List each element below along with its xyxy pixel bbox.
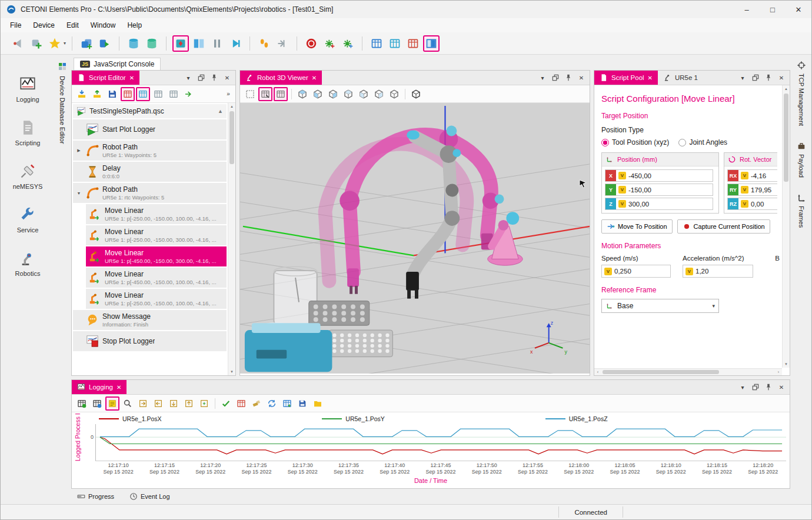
zoom-icon[interactable] xyxy=(121,396,135,411)
value-unit-chip[interactable]: V xyxy=(741,172,748,179)
scrollbar-thumb[interactable] xyxy=(229,111,234,164)
record-view-icon[interactable] xyxy=(172,35,189,52)
close-tab-icon[interactable]: ✕ xyxy=(312,75,317,81)
position-z-value[interactable]: 300,00 xyxy=(628,201,649,208)
rotation-ry-field[interactable]: RY V 179,95 xyxy=(727,184,777,196)
view-front-icon[interactable] xyxy=(311,87,325,101)
sidebar-item-service[interactable]: Service xyxy=(17,206,39,234)
chevron-right-icon[interactable]: ▶ xyxy=(75,148,82,153)
step-robot-path-1[interactable]: ▶ Robot PathUR5e 1: Waypoints: 5 xyxy=(73,141,227,161)
close-panel-icon[interactable]: ✕ xyxy=(777,74,786,82)
toolbar-overflow-icon[interactable]: » xyxy=(224,90,232,98)
value-unit-chip[interactable]: V xyxy=(604,268,612,275)
value-unit-chip[interactable]: V xyxy=(685,268,693,275)
close-button[interactable]: ✕ xyxy=(786,1,811,18)
step-delay[interactable]: Delay0:0:6:0 xyxy=(73,162,227,182)
rotation-rz-value[interactable]: 0,00 xyxy=(751,201,764,208)
export-table-icon[interactable] xyxy=(75,396,89,411)
scrollbar-thumb[interactable] xyxy=(603,370,719,374)
tab-logging[interactable]: Logging ✕ xyxy=(72,380,127,394)
pin-panel-icon[interactable] xyxy=(564,74,573,82)
add-axis-icon[interactable] xyxy=(197,396,211,411)
emergency-stop-icon[interactable] xyxy=(303,35,320,52)
run-script-icon[interactable] xyxy=(96,35,113,52)
value-unit-chip[interactable]: V xyxy=(618,186,626,194)
menu-device[interactable]: Device xyxy=(27,19,61,31)
step-move-linear-5[interactable]: Move LinearUR5e 1: p[-250.00, -150.00, 1… xyxy=(86,289,227,309)
tab-javascript-console[interactable]: JS JavaScript Console xyxy=(74,58,161,70)
pin-panel-icon[interactable] xyxy=(210,74,218,82)
device-config-icon[interactable] xyxy=(125,35,142,52)
step-robot-path-2[interactable]: ▼ Robot PathUR5e 1: rtc Waypoints: 5 xyxy=(73,183,227,203)
run-selection-icon[interactable] xyxy=(182,87,196,101)
add-device-icon[interactable] xyxy=(28,35,45,52)
legend-posx[interactable]: UR5e_1.PosX xyxy=(99,415,322,422)
script-file-row[interactable]: TestSingleStepPath.qsc ▲ xyxy=(73,104,227,118)
table-red-icon[interactable] xyxy=(121,87,135,101)
columns-red-icon[interactable] xyxy=(405,35,421,52)
value-unit-chip[interactable]: V xyxy=(618,200,626,208)
viewer-3d-scene[interactable]: z x y xyxy=(240,103,590,375)
step-show-message[interactable]: Show MessageInformation: Finish xyxy=(73,310,227,330)
sidebar-item-scripting[interactable]: Scripting xyxy=(15,119,41,146)
close-panel-icon[interactable]: ✕ xyxy=(777,383,786,391)
tab-payload[interactable]: Payload xyxy=(797,141,806,178)
robot-3d-scene[interactable]: z x y xyxy=(240,103,590,374)
delete-table-icon[interactable] xyxy=(234,396,248,411)
table-a-icon[interactable] xyxy=(151,87,165,101)
erase-icon[interactable] xyxy=(249,396,264,411)
script-pool-vscrollbar[interactable]: ▲ ▼ xyxy=(782,85,790,368)
add-table-icon[interactable] xyxy=(280,396,294,411)
close-tab-icon[interactable]: ✕ xyxy=(648,75,653,81)
scroll-up-icon[interactable]: ▲ xyxy=(783,85,790,92)
grid-snap-icon[interactable] xyxy=(258,87,272,101)
step-stop-plot-logger[interactable]: Stop Plot Logger xyxy=(73,331,227,351)
table-b-icon[interactable] xyxy=(167,87,181,101)
axis-range-a-icon[interactable] xyxy=(136,396,150,411)
sidebar-item-logging[interactable]: Logging xyxy=(16,76,39,103)
bounding-box-icon[interactable] xyxy=(409,87,423,101)
float-panel-icon[interactable] xyxy=(551,74,560,82)
float-panel-icon[interactable] xyxy=(751,74,760,82)
tab-progress[interactable]: Progress xyxy=(74,491,118,502)
favorites-icon[interactable] xyxy=(46,35,63,52)
columns-a-icon[interactable] xyxy=(368,35,385,52)
position-x-value[interactable]: -450,00 xyxy=(628,172,651,179)
script-tree-scrollbar[interactable]: ▲ ▼ xyxy=(228,103,235,375)
chevron-down-icon[interactable]: ▼ xyxy=(75,191,82,195)
acceleration-value[interactable]: 1,20 xyxy=(695,268,708,275)
sidebar-item-robotics[interactable]: Robotics xyxy=(15,250,41,277)
pin-panel-icon[interactable] xyxy=(764,74,773,82)
close-tab-icon[interactable]: ✕ xyxy=(117,384,121,391)
position-y-field[interactable]: Y V -150,00 xyxy=(605,184,713,196)
scroll-right-icon[interactable]: › xyxy=(775,369,782,375)
accept-icon[interactable] xyxy=(219,396,233,411)
tab-script-pool[interactable]: Script Pool ✕ xyxy=(594,71,658,85)
export-script-icon[interactable] xyxy=(90,87,104,101)
menu-window[interactable]: Window xyxy=(85,19,122,31)
radio-tool-position[interactable]: Tool Position (xyz) xyxy=(601,138,669,146)
axis-range-c-icon[interactable] xyxy=(167,396,181,411)
back-icon[interactable] xyxy=(10,35,26,52)
step-move-linear-1[interactable]: Move LinearUR5e 1: p[-250.00, -150.00, 1… xyxy=(86,204,227,224)
view-iso-icon[interactable] xyxy=(387,87,401,101)
pin-panel-icon[interactable] xyxy=(764,383,773,391)
scroll-down-icon[interactable]: ▼ xyxy=(783,361,790,368)
new-script-icon[interactable] xyxy=(78,35,95,52)
reference-frame-select[interactable]: Base ▾ xyxy=(601,299,719,313)
dock-layout-icon[interactable] xyxy=(423,35,440,52)
rotation-ry-value[interactable]: 179,95 xyxy=(751,186,771,194)
favorites-caret-icon[interactable]: ▾ xyxy=(64,41,66,46)
position-y-value[interactable]: -150,00 xyxy=(628,186,651,194)
view-bottom-icon[interactable] xyxy=(372,87,386,101)
device-database-editor-tab[interactable]: Device Database Editor xyxy=(55,55,70,504)
close-tab-icon[interactable]: ✕ xyxy=(129,75,134,81)
panel-menu-icon[interactable]: ▾ xyxy=(738,74,747,82)
scroll-left-icon[interactable]: ‹ xyxy=(594,369,601,375)
radio-joint-angles[interactable]: Joint Angles xyxy=(678,138,727,146)
value-unit-chip[interactable]: V xyxy=(741,186,748,194)
panel-menu-icon[interactable]: ▾ xyxy=(738,383,747,391)
view-back-icon[interactable] xyxy=(357,87,371,101)
import-script-icon[interactable] xyxy=(75,87,89,101)
rotation-rx-value[interactable]: -4,16 xyxy=(751,172,766,179)
